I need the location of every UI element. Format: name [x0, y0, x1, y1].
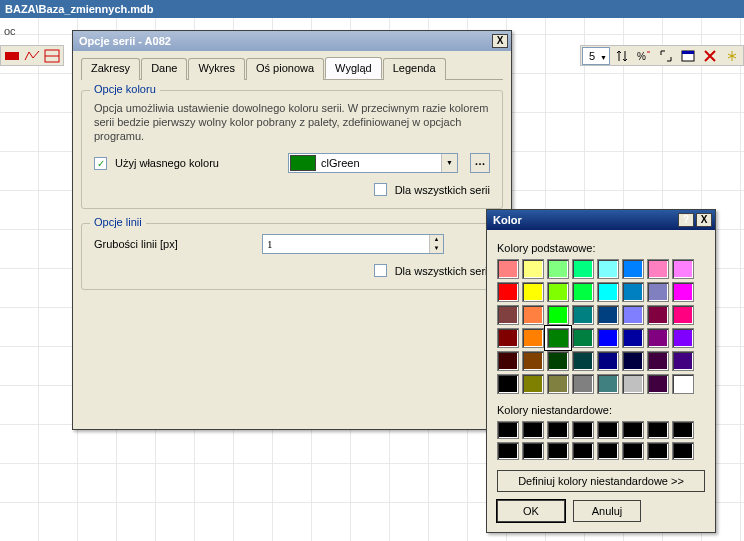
spark-icon[interactable] [722, 47, 742, 65]
custom-swatch[interactable] [522, 442, 544, 460]
help-icon[interactable]: ? [678, 213, 694, 227]
define-custom-colors-button[interactable]: Definiuj kolory niestandardowe >> [497, 470, 705, 492]
custom-swatch[interactable] [572, 442, 594, 460]
custom-swatch[interactable] [597, 442, 619, 460]
palette-swatch[interactable] [672, 351, 694, 371]
custom-swatch[interactable] [672, 421, 694, 439]
palette-swatch[interactable] [547, 328, 569, 348]
palette-swatch[interactable] [622, 259, 644, 279]
palette-swatch[interactable] [647, 282, 669, 302]
palette-swatch[interactable] [497, 328, 519, 348]
color-dialog-titlebar[interactable]: Kolor ? X [487, 210, 715, 230]
spinner-down-icon[interactable]: ▼ [430, 244, 443, 253]
palette-swatch[interactable] [672, 328, 694, 348]
custom-swatch[interactable] [497, 442, 519, 460]
palette-swatch[interactable] [597, 328, 619, 348]
custom-swatch[interactable] [672, 442, 694, 460]
use-own-color-checkbox[interactable]: ✓ [94, 157, 107, 170]
color-combobox[interactable]: clGreen ▼ [288, 153, 458, 173]
palette-swatch[interactable] [522, 259, 544, 279]
palette-swatch[interactable] [597, 259, 619, 279]
palette-swatch[interactable] [572, 282, 594, 302]
palette-swatch[interactable] [622, 374, 644, 394]
line-thickness-spinner[interactable]: ▲ ▼ [262, 234, 444, 254]
palette-swatch[interactable] [572, 259, 594, 279]
palette-swatch[interactable] [547, 282, 569, 302]
tab-zakresy[interactable]: Zakresy [81, 58, 140, 80]
cancel-button[interactable]: Anuluj [573, 500, 641, 522]
tab-legenda[interactable]: Legenda [383, 58, 446, 80]
palette-swatch[interactable] [597, 374, 619, 394]
palette-swatch[interactable] [672, 259, 694, 279]
for-all-series-checkbox-2[interactable]: ✓ [374, 264, 387, 277]
spinner-up-icon[interactable]: ▲ [430, 235, 443, 244]
x-red-icon[interactable] [700, 47, 720, 65]
custom-swatch[interactable] [547, 421, 569, 439]
palette-swatch[interactable] [622, 351, 644, 371]
palette-swatch[interactable] [572, 305, 594, 325]
calendar-icon[interactable] [678, 47, 698, 65]
chevron-down-icon[interactable]: ▼ [441, 154, 457, 172]
palette-swatch[interactable] [672, 374, 694, 394]
palette-swatch[interactable] [647, 374, 669, 394]
palette-swatch[interactable] [547, 259, 569, 279]
palette-swatch[interactable] [647, 305, 669, 325]
palette-swatch[interactable] [647, 328, 669, 348]
palette-swatch[interactable] [647, 259, 669, 279]
palette-swatch[interactable] [522, 305, 544, 325]
for-all-series-checkbox-1[interactable]: ✓ [374, 183, 387, 196]
custom-swatch[interactable] [547, 442, 569, 460]
palette-swatch[interactable] [547, 305, 569, 325]
palette-swatch[interactable] [497, 282, 519, 302]
zoom-fit-icon[interactable] [656, 47, 676, 65]
palette-swatch[interactable] [572, 328, 594, 348]
palette-swatch[interactable] [622, 305, 644, 325]
palette-swatch[interactable] [497, 259, 519, 279]
palette-swatch[interactable] [572, 351, 594, 371]
custom-swatch[interactable] [497, 421, 519, 439]
palette-swatch[interactable] [547, 374, 569, 394]
toolbar-right: 5 % [580, 45, 744, 66]
ok-button[interactable]: OK [497, 500, 565, 522]
arrows-updown-icon[interactable] [612, 47, 632, 65]
palette-swatch[interactable] [497, 374, 519, 394]
palette-swatch[interactable] [672, 305, 694, 325]
toolbar-button-2[interactable] [22, 47, 42, 65]
palette-swatch[interactable] [572, 374, 594, 394]
palette-swatch[interactable] [622, 328, 644, 348]
palette-swatch[interactable] [497, 351, 519, 371]
color-close-icon[interactable]: X [696, 213, 712, 227]
palette-swatch[interactable] [597, 305, 619, 325]
custom-swatch[interactable] [647, 421, 669, 439]
palette-swatch[interactable] [672, 282, 694, 302]
custom-swatch[interactable] [597, 421, 619, 439]
palette-swatch[interactable] [597, 351, 619, 371]
palette-swatch[interactable] [547, 351, 569, 371]
palette-swatch[interactable] [647, 351, 669, 371]
palette-swatch[interactable] [522, 374, 544, 394]
percent-icon[interactable]: % [634, 47, 654, 65]
tab-wykres[interactable]: Wykres [188, 58, 245, 80]
toolbar-dropdown[interactable]: 5 [582, 47, 610, 65]
palette-swatch[interactable] [522, 351, 544, 371]
toolbar-button-3[interactable] [42, 47, 62, 65]
tab-oś-pionowa[interactable]: Oś pionowa [246, 58, 324, 80]
toolbar-button-1[interactable] [2, 47, 22, 65]
palette-swatch[interactable] [497, 305, 519, 325]
palette-swatch[interactable] [522, 282, 544, 302]
tab-dane[interactable]: Dane [141, 58, 187, 80]
app-title: BAZA\Baza_zmiennych.mdb [5, 3, 154, 15]
palette-swatch[interactable] [597, 282, 619, 302]
custom-swatch[interactable] [622, 421, 644, 439]
custom-swatch[interactable] [622, 442, 644, 460]
palette-swatch[interactable] [522, 328, 544, 348]
series-dialog-titlebar[interactable]: Opcje serii - A082 X [73, 31, 511, 51]
tab-wygląd[interactable]: Wygląd [325, 57, 382, 79]
close-icon[interactable]: X [492, 34, 508, 48]
line-thickness-input[interactable] [263, 235, 429, 253]
palette-swatch[interactable] [622, 282, 644, 302]
color-picker-button[interactable]: … [470, 153, 490, 173]
custom-swatch[interactable] [572, 421, 594, 439]
custom-swatch[interactable] [647, 442, 669, 460]
custom-swatch[interactable] [522, 421, 544, 439]
